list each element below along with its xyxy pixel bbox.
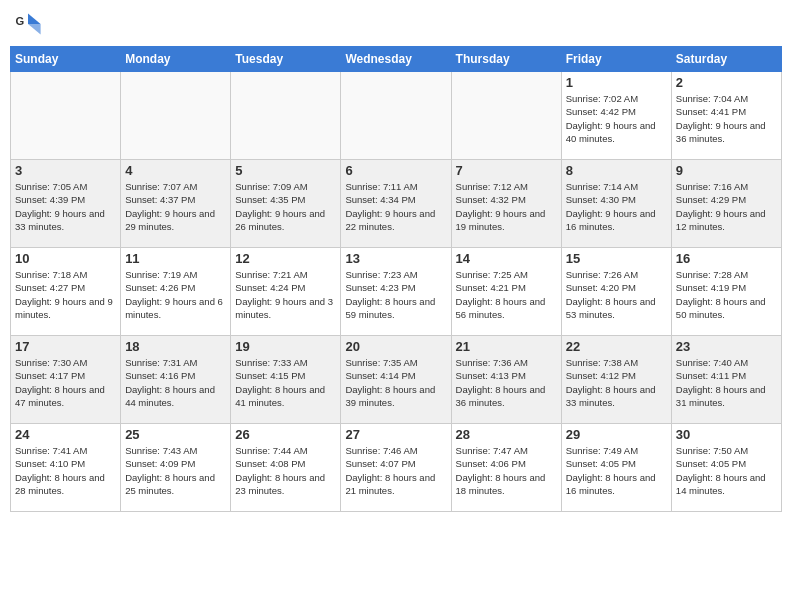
day-info: Sunrise: 7:35 AMSunset: 4:14 PMDaylight:… [345, 356, 446, 409]
calendar-week-row: 10Sunrise: 7:18 AMSunset: 4:27 PMDayligh… [11, 248, 782, 336]
calendar-cell: 15Sunrise: 7:26 AMSunset: 4:20 PMDayligh… [561, 248, 671, 336]
svg-marker-2 [28, 24, 41, 35]
calendar-cell [231, 72, 341, 160]
day-number: 16 [676, 251, 777, 266]
calendar-cell: 8Sunrise: 7:14 AMSunset: 4:30 PMDaylight… [561, 160, 671, 248]
day-info: Sunrise: 7:47 AMSunset: 4:06 PMDaylight:… [456, 444, 557, 497]
day-number: 6 [345, 163, 446, 178]
day-number: 17 [15, 339, 116, 354]
day-number: 23 [676, 339, 777, 354]
calendar-header-wednesday: Wednesday [341, 47, 451, 72]
calendar-cell [121, 72, 231, 160]
day-info: Sunrise: 7:04 AMSunset: 4:41 PMDaylight:… [676, 92, 777, 145]
day-number: 20 [345, 339, 446, 354]
calendar-cell: 1Sunrise: 7:02 AMSunset: 4:42 PMDaylight… [561, 72, 671, 160]
day-info: Sunrise: 7:11 AMSunset: 4:34 PMDaylight:… [345, 180, 446, 233]
calendar-header-thursday: Thursday [451, 47, 561, 72]
calendar-cell [341, 72, 451, 160]
day-info: Sunrise: 7:18 AMSunset: 4:27 PMDaylight:… [15, 268, 116, 321]
calendar-cell: 7Sunrise: 7:12 AMSunset: 4:32 PMDaylight… [451, 160, 561, 248]
calendar-week-row: 3Sunrise: 7:05 AMSunset: 4:39 PMDaylight… [11, 160, 782, 248]
day-info: Sunrise: 7:50 AMSunset: 4:05 PMDaylight:… [676, 444, 777, 497]
calendar-cell: 14Sunrise: 7:25 AMSunset: 4:21 PMDayligh… [451, 248, 561, 336]
day-info: Sunrise: 7:36 AMSunset: 4:13 PMDaylight:… [456, 356, 557, 409]
calendar-cell: 24Sunrise: 7:41 AMSunset: 4:10 PMDayligh… [11, 424, 121, 512]
day-number: 28 [456, 427, 557, 442]
logo: G [14, 10, 46, 38]
day-number: 14 [456, 251, 557, 266]
day-info: Sunrise: 7:25 AMSunset: 4:21 PMDaylight:… [456, 268, 557, 321]
day-info: Sunrise: 7:28 AMSunset: 4:19 PMDaylight:… [676, 268, 777, 321]
day-info: Sunrise: 7:02 AMSunset: 4:42 PMDaylight:… [566, 92, 667, 145]
day-number: 11 [125, 251, 226, 266]
day-info: Sunrise: 7:31 AMSunset: 4:16 PMDaylight:… [125, 356, 226, 409]
svg-marker-1 [28, 14, 41, 25]
day-number: 2 [676, 75, 777, 90]
calendar-cell: 30Sunrise: 7:50 AMSunset: 4:05 PMDayligh… [671, 424, 781, 512]
page-header: G [10, 10, 782, 38]
day-number: 12 [235, 251, 336, 266]
day-number: 8 [566, 163, 667, 178]
day-number: 18 [125, 339, 226, 354]
calendar-header-tuesday: Tuesday [231, 47, 341, 72]
calendar-cell: 23Sunrise: 7:40 AMSunset: 4:11 PMDayligh… [671, 336, 781, 424]
calendar-week-row: 1Sunrise: 7:02 AMSunset: 4:42 PMDaylight… [11, 72, 782, 160]
calendar-cell: 25Sunrise: 7:43 AMSunset: 4:09 PMDayligh… [121, 424, 231, 512]
day-number: 9 [676, 163, 777, 178]
calendar-cell: 6Sunrise: 7:11 AMSunset: 4:34 PMDaylight… [341, 160, 451, 248]
calendar-cell: 10Sunrise: 7:18 AMSunset: 4:27 PMDayligh… [11, 248, 121, 336]
calendar-header-saturday: Saturday [671, 47, 781, 72]
calendar-cell: 26Sunrise: 7:44 AMSunset: 4:08 PMDayligh… [231, 424, 341, 512]
calendar-cell: 22Sunrise: 7:38 AMSunset: 4:12 PMDayligh… [561, 336, 671, 424]
day-info: Sunrise: 7:43 AMSunset: 4:09 PMDaylight:… [125, 444, 226, 497]
calendar-week-row: 17Sunrise: 7:30 AMSunset: 4:17 PMDayligh… [11, 336, 782, 424]
day-number: 25 [125, 427, 226, 442]
logo-icon: G [14, 10, 42, 38]
calendar-cell: 28Sunrise: 7:47 AMSunset: 4:06 PMDayligh… [451, 424, 561, 512]
day-number: 10 [15, 251, 116, 266]
calendar-cell: 21Sunrise: 7:36 AMSunset: 4:13 PMDayligh… [451, 336, 561, 424]
calendar-header-row: SundayMondayTuesdayWednesdayThursdayFrid… [11, 47, 782, 72]
day-info: Sunrise: 7:07 AMSunset: 4:37 PMDaylight:… [125, 180, 226, 233]
day-number: 24 [15, 427, 116, 442]
calendar-cell: 13Sunrise: 7:23 AMSunset: 4:23 PMDayligh… [341, 248, 451, 336]
day-number: 5 [235, 163, 336, 178]
calendar-cell: 19Sunrise: 7:33 AMSunset: 4:15 PMDayligh… [231, 336, 341, 424]
calendar-week-row: 24Sunrise: 7:41 AMSunset: 4:10 PMDayligh… [11, 424, 782, 512]
day-number: 27 [345, 427, 446, 442]
day-number: 15 [566, 251, 667, 266]
calendar-header-sunday: Sunday [11, 47, 121, 72]
day-info: Sunrise: 7:40 AMSunset: 4:11 PMDaylight:… [676, 356, 777, 409]
day-info: Sunrise: 7:16 AMSunset: 4:29 PMDaylight:… [676, 180, 777, 233]
calendar-cell: 27Sunrise: 7:46 AMSunset: 4:07 PMDayligh… [341, 424, 451, 512]
day-number: 29 [566, 427, 667, 442]
day-info: Sunrise: 7:14 AMSunset: 4:30 PMDaylight:… [566, 180, 667, 233]
calendar-cell: 2Sunrise: 7:04 AMSunset: 4:41 PMDaylight… [671, 72, 781, 160]
calendar-cell: 29Sunrise: 7:49 AMSunset: 4:05 PMDayligh… [561, 424, 671, 512]
day-info: Sunrise: 7:21 AMSunset: 4:24 PMDaylight:… [235, 268, 336, 321]
day-info: Sunrise: 7:38 AMSunset: 4:12 PMDaylight:… [566, 356, 667, 409]
calendar-cell [451, 72, 561, 160]
day-number: 4 [125, 163, 226, 178]
calendar-cell [11, 72, 121, 160]
calendar-cell: 16Sunrise: 7:28 AMSunset: 4:19 PMDayligh… [671, 248, 781, 336]
day-info: Sunrise: 7:30 AMSunset: 4:17 PMDaylight:… [15, 356, 116, 409]
day-info: Sunrise: 7:09 AMSunset: 4:35 PMDaylight:… [235, 180, 336, 233]
calendar-cell: 11Sunrise: 7:19 AMSunset: 4:26 PMDayligh… [121, 248, 231, 336]
calendar-cell: 4Sunrise: 7:07 AMSunset: 4:37 PMDaylight… [121, 160, 231, 248]
day-info: Sunrise: 7:44 AMSunset: 4:08 PMDaylight:… [235, 444, 336, 497]
day-info: Sunrise: 7:19 AMSunset: 4:26 PMDaylight:… [125, 268, 226, 321]
day-info: Sunrise: 7:12 AMSunset: 4:32 PMDaylight:… [456, 180, 557, 233]
day-number: 3 [15, 163, 116, 178]
svg-text:G: G [15, 15, 24, 27]
calendar-cell: 17Sunrise: 7:30 AMSunset: 4:17 PMDayligh… [11, 336, 121, 424]
calendar-cell: 18Sunrise: 7:31 AMSunset: 4:16 PMDayligh… [121, 336, 231, 424]
calendar-header-monday: Monday [121, 47, 231, 72]
day-info: Sunrise: 7:05 AMSunset: 4:39 PMDaylight:… [15, 180, 116, 233]
day-number: 21 [456, 339, 557, 354]
calendar-cell: 9Sunrise: 7:16 AMSunset: 4:29 PMDaylight… [671, 160, 781, 248]
day-info: Sunrise: 7:23 AMSunset: 4:23 PMDaylight:… [345, 268, 446, 321]
calendar-cell: 12Sunrise: 7:21 AMSunset: 4:24 PMDayligh… [231, 248, 341, 336]
calendar-cell: 5Sunrise: 7:09 AMSunset: 4:35 PMDaylight… [231, 160, 341, 248]
day-info: Sunrise: 7:26 AMSunset: 4:20 PMDaylight:… [566, 268, 667, 321]
